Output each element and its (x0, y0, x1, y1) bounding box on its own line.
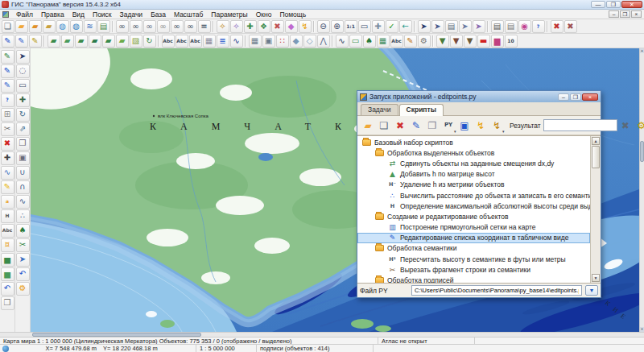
hatch-object-button[interactable]: ▨ (130, 35, 142, 48)
merge-objects-button[interactable]: ▰ (102, 35, 115, 48)
tree-scroll-down[interactable]: ▼ (592, 274, 600, 282)
copy-fragment-button[interactable]: ❐ (16, 137, 30, 151)
clear-selection-button[interactable]: ✖ (271, 20, 284, 33)
spline-arrow-button[interactable]: ∿ (1, 166, 14, 180)
region-outline-button[interactable]: ◇ (303, 35, 316, 48)
tab-tasks[interactable]: Задачи (361, 104, 398, 115)
draw-polyline-button[interactable]: ∿ (336, 35, 349, 48)
select-arrow-button[interactable]: ➤ (16, 50, 30, 64)
object-list-button[interactable]: ≡ (198, 20, 211, 33)
rotate-fragment-button[interactable]: ↻ (16, 108, 30, 122)
paste-fragment-button[interactable]: ▣ (16, 151, 30, 165)
open-folder-button[interactable]: ▰ (15, 20, 28, 33)
zoom-value-button[interactable]: 10 (505, 35, 518, 48)
tree-item[interactable]: ✎Редактирование списка координат в табли… (357, 233, 590, 243)
lasso-select-button[interactable]: ◌ (16, 64, 30, 78)
open-internet-map-button[interactable]: ◍ (56, 20, 69, 33)
menu-item[interactable]: Параметры (207, 10, 251, 19)
map-layers-button[interactable]: ≋ (84, 20, 97, 33)
label-abc-side-button[interactable]: Abc (1, 224, 14, 238)
tab-scripts[interactable]: Скрипты (399, 104, 444, 116)
run-with-params-button[interactable]: ↯▾ (489, 118, 505, 133)
menu-item[interactable]: Окно (252, 10, 276, 19)
result-input[interactable] (543, 119, 617, 131)
menu-item[interactable]: Вид (68, 10, 89, 19)
tree-folder[interactable]: Создание и редактирование объектов (357, 211, 590, 222)
object-form-button[interactable]: ▤ (445, 20, 458, 33)
run-with-params-dropdown[interactable]: ▾ (502, 129, 505, 134)
close-button[interactable]: ✕ (621, 1, 642, 8)
matrix-grid-button[interactable]: ▦ (249, 35, 262, 48)
pointer-copy-button[interactable]: ➤ (459, 20, 472, 33)
tree-folder[interactable]: Базовый набор скриптов (357, 137, 590, 147)
maximize-button[interactable]: ❐ (606, 1, 621, 8)
delete-selected-red-button[interactable]: ✖ (1, 137, 14, 151)
py-templates-button[interactable]: PY▾ (441, 118, 456, 133)
highlight-a-button[interactable]: a (1, 195, 14, 209)
search-selected-button[interactable]: ∞ (171, 20, 184, 33)
zoom-out-button[interactable]: ⊖ (317, 20, 330, 33)
run-settings-button[interactable]: ⚙ (634, 118, 644, 133)
add-point-button[interactable]: ✚ (244, 20, 257, 33)
import-data-button[interactable]: ▰ (43, 20, 56, 33)
py-templates-dropdown[interactable]: ▾ (454, 129, 456, 134)
edit-list-button[interactable]: ≣ (217, 35, 229, 48)
run-script-button[interactable]: ↯ (473, 118, 489, 133)
pointer-select-button[interactable]: ➤ (418, 20, 431, 33)
raster-frame-button[interactable]: ▣ (262, 35, 275, 48)
marker-yellow-button[interactable]: ✎ (1, 180, 14, 194)
menu-item[interactable]: Поиск (89, 10, 116, 19)
scroll-up-arrow[interactable]: ▲ (640, 48, 644, 53)
lightning-run-button[interactable]: ↯ (299, 20, 312, 33)
mdi-close-button[interactable]: × (631, 10, 642, 18)
status-globe-icon[interactable] (2, 346, 9, 352)
py-file-path-input[interactable] (411, 285, 582, 296)
histogram-arrow-button[interactable]: ▅ (1, 267, 14, 281)
vegetation-edit-button[interactable]: ♠ (16, 224, 30, 238)
settings-gear-button[interactable]: ⚙ (16, 282, 30, 296)
edit-script-button[interactable]: ✎ (409, 118, 424, 133)
edit-nodes-button[interactable]: ∴ (16, 209, 30, 223)
search-by-name-button[interactable]: ∞ (143, 20, 156, 33)
rect-frame-button[interactable]: ▭ (349, 35, 362, 48)
dialog-close-button[interactable]: × (582, 93, 598, 101)
status-view-scale[interactable]: 1 : 5 000 000 (196, 345, 257, 352)
delete-vertex-pencil-button[interactable]: ✎ (1, 79, 14, 93)
mirror-object-button[interactable]: ▰ (89, 35, 101, 48)
tree-folder[interactable]: Обработка семантики (357, 243, 590, 254)
zoom-frame-button[interactable]: ▭ (358, 20, 371, 33)
search-attributes-button[interactable]: ∞ (184, 20, 197, 33)
create-green-object-button[interactable]: ✎ (1, 50, 14, 64)
flashlight-button[interactable]: ¤ (1, 238, 14, 252)
union-objects-button[interactable]: ∪ (16, 166, 30, 180)
recent-maps-globe-button[interactable]: ◍ (70, 20, 83, 33)
histogram-green-button[interactable]: ▅ (1, 253, 14, 267)
clear-result-button[interactable]: ✖ (617, 118, 633, 133)
py-file-dropdown-button[interactable]: ▼ (585, 285, 598, 296)
edit-point-button[interactable]: ✎ (2, 35, 14, 48)
favorites-button[interactable]: ❖ (258, 20, 270, 33)
view-script-button[interactable]: ❐ (425, 118, 440, 133)
move-object-button[interactable]: ▰ (75, 35, 88, 48)
color-palette-button[interactable]: ◉ (518, 20, 531, 33)
tree-scroll-thumb[interactable] (592, 146, 600, 168)
map-contents-button[interactable]: ▤ (97, 20, 110, 33)
new-script-button[interactable]: ❏ (377, 118, 392, 133)
smooth-line-button[interactable]: ∿ (16, 195, 30, 209)
semantics-table-button[interactable]: ▦ (377, 35, 390, 48)
tree-item[interactable]: ⇄Сдвинуть объекты на заданные смещения d… (357, 158, 590, 168)
intersect-objects-button[interactable]: ∩ (16, 180, 30, 194)
pointer-object-button[interactable]: ➤ (431, 20, 444, 33)
search-next-button[interactable]: ∞ (130, 20, 142, 33)
tree-scroll-up[interactable]: ▲ (592, 137, 600, 145)
tree-item[interactable]: ∴Вычислить расстояние до объекта и запис… (357, 190, 590, 201)
save-script-button[interactable]: ▣ (457, 118, 473, 133)
pan-map-button[interactable]: ✚ (372, 20, 385, 33)
edit-page-button[interactable]: ✎ (404, 35, 417, 48)
region-fill-button[interactable]: ◆ (290, 35, 303, 48)
undo-action-button[interactable]: ↶ (16, 267, 30, 281)
route-plane-button[interactable]: ➤ (16, 253, 30, 267)
open-script-folder-button[interactable]: ▰ (361, 118, 376, 133)
scale-fragment-button[interactable]: ⇗ (16, 122, 30, 136)
pointer-search-button[interactable]: ➤ (473, 20, 485, 33)
